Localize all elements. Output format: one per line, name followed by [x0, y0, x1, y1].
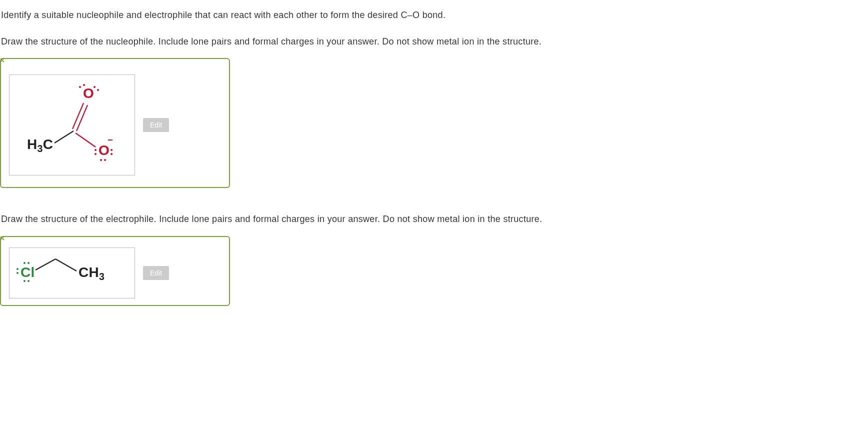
lonepair-dot	[79, 86, 81, 88]
lonepair-dot	[100, 159, 102, 161]
lonepair-dot	[24, 280, 26, 282]
lonepair-dot	[104, 159, 106, 161]
bond-cl-c	[36, 259, 56, 270]
edit-button[interactable]: Edit	[143, 118, 169, 132]
bond-c-c	[56, 259, 76, 271]
lonepair-dot	[83, 84, 85, 86]
lonepair-dot	[24, 262, 26, 264]
bond-c-o-double-2	[76, 105, 88, 131]
edit-button[interactable]: Edit	[143, 266, 169, 280]
lonepair-dot	[94, 153, 96, 155]
lonepair-dot	[94, 86, 96, 88]
expand-icon[interactable]	[0, 236, 8, 244]
o-top-label: O	[83, 86, 94, 101]
lonepair-dot	[94, 149, 96, 151]
lonepair-dot	[28, 262, 30, 264]
lonepair-dot	[97, 89, 99, 91]
electrophile-structure[interactable]: Cl CH3	[9, 248, 135, 298]
lonepair-dot	[16, 272, 18, 274]
formal-charge-minus: −	[108, 135, 113, 145]
lonepair-dot	[28, 280, 30, 282]
cl-label: Cl	[20, 264, 35, 280]
question-intro: Identify a suitable nucleophile and elec…	[1, 9, 868, 22]
electrophile-frame: Cl CH3 Edit	[0, 236, 230, 306]
lonepair-dot	[16, 268, 18, 270]
h3c-label: H3C	[27, 136, 53, 154]
nucleophile-frame: H3C O O −	[0, 58, 230, 188]
lonepair-dot	[110, 153, 112, 155]
electrophile-prompt: Draw the structure of the electrophile. …	[1, 213, 868, 226]
bond-c-o-double-1	[72, 103, 84, 129]
ch3-label: CH3	[78, 264, 104, 282]
nucleophile-structure[interactable]: H3C O O −	[9, 74, 135, 176]
electrophile-answer-block: Cl CH3 Edit	[0, 236, 868, 306]
bond-h3c-c	[54, 131, 74, 143]
lonepair-dot	[110, 149, 112, 151]
nucleophile-prompt: Draw the structure of the nucleophile. I…	[1, 36, 868, 48]
nucleophile-answer-block: H3C O O −	[0, 58, 868, 188]
bond-c-ominus	[76, 133, 96, 147]
expand-icon[interactable]	[0, 58, 8, 66]
